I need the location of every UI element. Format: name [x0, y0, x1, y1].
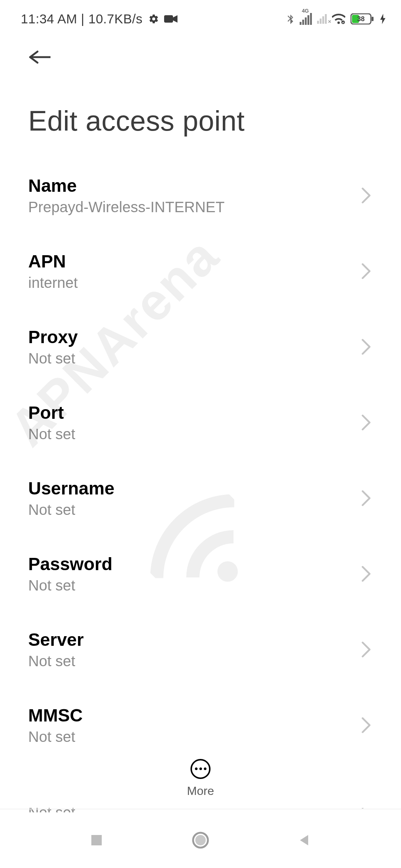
- row-label: Server: [28, 629, 84, 650]
- svg-rect-5: [91, 835, 102, 845]
- row-apn[interactable]: APN internet: [28, 233, 373, 309]
- row-value: internet: [28, 274, 78, 291]
- row-label: Port: [28, 402, 75, 423]
- more-button[interactable]: More: [187, 759, 214, 798]
- battery-percent-text: 38: [357, 15, 365, 23]
- nav-recents-button[interactable]: [82, 825, 111, 855]
- cellular-signal-4g-icon: 4G: [300, 13, 312, 25]
- row-value: Not set: [28, 502, 114, 518]
- wifi-icon: [332, 14, 345, 24]
- row-label: Proxy: [28, 327, 78, 347]
- bluetooth-icon: [286, 14, 294, 24]
- row-server[interactable]: Server Not set: [28, 612, 373, 687]
- status-bar: 11:34 AM | 10.7KB/s 4G: [0, 0, 401, 32]
- row-label: Username: [28, 478, 114, 499]
- row-value: Prepayd-Wireless-INTERNET: [28, 199, 225, 216]
- charging-bolt-icon: [379, 14, 386, 24]
- more-icon: [190, 759, 211, 779]
- chevron-right-icon: [361, 566, 371, 582]
- row-password[interactable]: Password Not set: [28, 536, 373, 612]
- nav-home-button[interactable]: [186, 825, 215, 855]
- row-label: Password: [28, 554, 113, 574]
- chevron-right-icon: [361, 414, 371, 431]
- row-value: Not set: [28, 577, 113, 594]
- divider: [0, 809, 401, 809]
- triangle-left-icon: [297, 833, 312, 848]
- video-camera-icon: [164, 14, 177, 23]
- row-proxy[interactable]: Proxy Not set: [28, 309, 373, 385]
- square-icon: [89, 833, 104, 848]
- chevron-right-icon: [361, 717, 371, 733]
- row-label: MMSC: [28, 705, 83, 726]
- row-username[interactable]: Username Not set: [28, 460, 373, 536]
- svg-rect-4: [372, 17, 374, 21]
- bottom-action-bar: More: [0, 749, 401, 808]
- svg-rect-0: [164, 15, 173, 23]
- back-button[interactable]: [28, 45, 52, 69]
- arrow-left-icon: [28, 50, 50, 65]
- page-title: Edit access point: [28, 105, 373, 137]
- nav-back-button[interactable]: [290, 825, 319, 855]
- more-label: More: [187, 784, 214, 798]
- chevron-right-icon: [361, 187, 371, 204]
- row-name[interactable]: Name Prepayd-Wireless-INTERNET: [28, 158, 373, 233]
- status-time: 11:34 AM | 10.7KB/s: [21, 11, 143, 26]
- row-value: Not set: [28, 350, 78, 367]
- row-port[interactable]: Port Not set: [28, 385, 373, 460]
- circle-icon: [192, 831, 209, 849]
- row-value: Not set: [28, 729, 83, 745]
- row-value: Not set: [28, 653, 84, 670]
- battery-icon: 38: [351, 13, 374, 24]
- row-label: APN: [28, 251, 78, 272]
- settings-gear-icon: [149, 14, 159, 24]
- navigation-bar: [0, 812, 401, 868]
- chevron-right-icon: [361, 641, 371, 658]
- row-label: Name: [28, 175, 225, 196]
- svg-point-7: [195, 835, 206, 845]
- chevron-right-icon: [361, 263, 371, 279]
- cellular-signal-none-icon: ×: [317, 14, 327, 24]
- svg-point-1: [341, 20, 345, 24]
- chevron-right-icon: [361, 339, 371, 355]
- chevron-right-icon: [361, 490, 371, 506]
- row-value: Not set: [28, 426, 75, 443]
